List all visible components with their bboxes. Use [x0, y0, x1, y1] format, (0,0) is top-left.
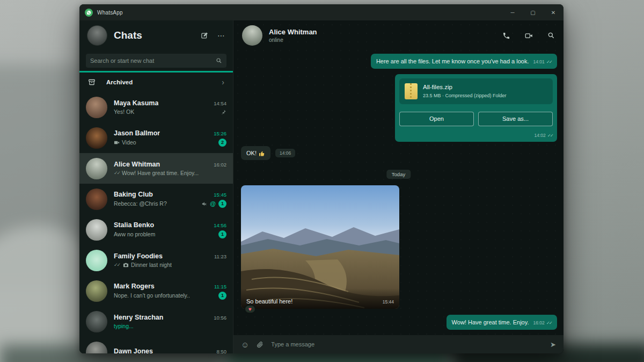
chat-time: 14:54	[209, 100, 226, 106]
read-ticks-icon: ✓✓	[546, 59, 552, 65]
chat-name: Jason Ballmor	[114, 129, 160, 137]
chat-row-maya-kasuma[interactable]: Maya Kasuma 14:54 Yes! OK	[79, 92, 233, 122]
message-outgoing-file: All-files.zip 23.5 MB · Compressed (zipp…	[395, 74, 557, 142]
new-chat-icon[interactable]	[201, 32, 209, 40]
message-incoming-text[interactable]: OK!	[241, 146, 270, 160]
chat-name: Mark Rogers	[114, 283, 155, 290]
read-ticks-icon: ✓✓	[114, 170, 120, 176]
chat-row-dawn-jones[interactable]: Dawn Jones 8:50	[79, 337, 233, 353]
chats-sidebar: Chats ⋯	[79, 20, 233, 353]
chat-row-stalia-benko[interactable]: Stalia Benko 14:56 Aww no problem 1	[79, 214, 233, 245]
chats-title: Chats	[114, 30, 142, 41]
unread-badge: 2	[218, 139, 226, 147]
heart-reaction[interactable]: ♥	[244, 305, 256, 314]
archive-icon	[88, 78, 96, 86]
avatar	[86, 250, 107, 271]
message-incoming-photo[interactable]: So beautiful here! 15:44	[241, 185, 399, 309]
chat-time: 8:50	[213, 349, 227, 353]
archived-label: Archived	[106, 79, 133, 85]
attach-icon[interactable]	[257, 341, 264, 348]
contact-name: Alice Whitman	[269, 28, 317, 36]
emoji-icon[interactable]: ☺	[241, 340, 249, 349]
file-attachment[interactable]: All-files.zip 23.5 MB · Compressed (zipp…	[399, 78, 553, 104]
message-time: 14:01	[533, 59, 544, 65]
chat-time: 15:26	[209, 131, 226, 136]
message-input[interactable]	[271, 341, 543, 347]
chat-row-alice-whitman[interactable]: Alice Whitman 16:02 ✓✓ Wow! Have great t…	[79, 153, 233, 184]
conversation-panel: Alice Whitman online	[233, 20, 564, 353]
typing-indicator: typing...	[114, 323, 134, 329]
avatar	[86, 219, 107, 241]
chat-time: 14:56	[209, 222, 226, 228]
chat-row-mark-rogers[interactable]: Mark Rogers 11:15 Nope. I can't go unfor…	[79, 276, 233, 306]
send-icon[interactable]: ➤	[550, 341, 556, 349]
search-box[interactable]	[86, 54, 226, 68]
avatar	[86, 97, 107, 118]
chat-preview: Aww no problem	[114, 231, 155, 237]
chat-preview: Dinner last night	[131, 262, 172, 268]
message-time: 14:06	[275, 149, 295, 157]
chevron-right-icon: ›	[222, 78, 224, 86]
message-text: OK!	[246, 149, 257, 157]
chat-name: Stalia Benko	[114, 221, 154, 229]
read-ticks-icon: ✓✓	[546, 320, 552, 326]
photo-caption-bar: So beautiful here! 15:44	[241, 288, 399, 309]
chat-preview: Rebecca: @Chris R?	[114, 200, 167, 207]
unread-badge: 1	[218, 230, 226, 238]
chat-name: Baking Club	[114, 191, 153, 198]
conversation-header: Alice Whitman online	[233, 20, 564, 50]
message-text: Wow! Have great time. Enjoy.	[452, 318, 529, 326]
camera-icon	[123, 262, 129, 268]
voice-call-icon[interactable]	[502, 32, 510, 40]
minimize-button[interactable]: ─	[502, 4, 523, 20]
chat-row-family-foodies[interactable]: Family Foodies 11:23 ✓✓ Dinner last nigh…	[79, 245, 233, 276]
avatar	[86, 280, 107, 302]
message-list: Here are all the files. Let me know once…	[233, 50, 564, 335]
message-outgoing-text[interactable]: Wow! Have great time. Enjoy. 16:02 ✓✓	[447, 315, 557, 330]
unread-badge: 1	[218, 292, 226, 300]
read-ticks-icon: ✓✓	[547, 133, 553, 139]
search-area	[79, 50, 233, 73]
chat-preview: Wow! Have great time. Enjoy...	[122, 170, 199, 176]
chat-preview: Yes! OK	[114, 108, 134, 115]
whatsapp-logo-icon	[85, 9, 93, 17]
contact-avatar[interactable]	[242, 25, 262, 46]
message-outgoing-text[interactable]: Here are all the files. Let me know once…	[371, 54, 557, 69]
message-time: 16:02	[533, 320, 544, 326]
search-conversation-icon[interactable]	[547, 32, 555, 39]
search-icon	[216, 57, 222, 64]
save-as-button[interactable]: Save as...	[478, 112, 553, 126]
pin-icon	[221, 109, 226, 115]
profile-avatar[interactable]	[87, 25, 107, 46]
open-button[interactable]: Open	[399, 112, 474, 126]
chat-name: Family Foodies	[114, 252, 163, 260]
search-input[interactable]	[90, 57, 216, 64]
menu-icon[interactable]: ⋯	[217, 31, 225, 40]
avatar	[86, 158, 107, 179]
chat-row-jason-ballmor[interactable]: Jason Ballmor 15:26 Video 2	[79, 122, 233, 153]
chat-name: Henry Strachan	[114, 314, 163, 321]
sidebar-header: Chats ⋯	[79, 20, 233, 50]
chat-time: 10:56	[209, 315, 226, 321]
chat-preview: Video	[122, 139, 136, 146]
mute-icon	[201, 201, 207, 207]
chat-time: 11:23	[210, 254, 226, 259]
avatar	[86, 311, 107, 332]
chat-row-baking-club[interactable]: Baking Club 15:45 Rebecca: @Chris R? @ 1	[79, 184, 233, 214]
close-button[interactable]: ✕	[543, 4, 564, 20]
chat-row-henry-strachan[interactable]: Henry Strachan 10:56 typing...	[79, 306, 233, 337]
zip-file-icon	[405, 83, 418, 99]
chat-time: 15:45	[209, 192, 226, 198]
thumbs-up-emoji	[259, 150, 265, 157]
video-call-icon[interactable]	[524, 32, 533, 40]
chat-name: Dawn Jones	[114, 347, 153, 353]
read-ticks-icon: ✓✓	[114, 262, 120, 267]
maximize-button[interactable]: ▢	[523, 4, 543, 20]
archived-row[interactable]: Archived ›	[79, 73, 233, 92]
chat-name: Maya Kasuma	[114, 99, 158, 107]
message-text: Here are all the files. Let me know once…	[376, 57, 529, 65]
date-divider: Today	[386, 170, 411, 179]
avatar	[86, 342, 107, 354]
file-name: All-files.zip	[423, 83, 507, 91]
chat-name: Alice Whitman	[114, 161, 160, 168]
